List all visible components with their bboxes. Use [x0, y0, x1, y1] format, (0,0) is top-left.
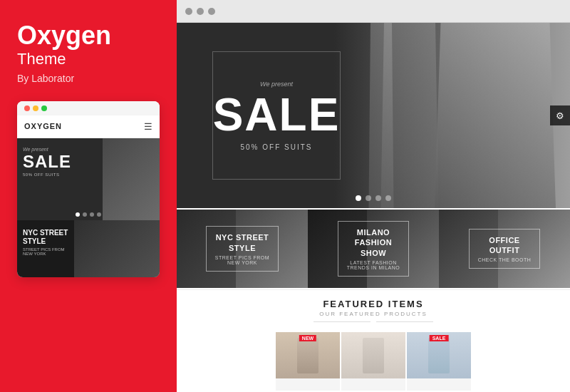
cat-2-box: MILANOFASHIONSHOW LATEST FASHIONTRENDS I…: [338, 221, 410, 277]
mobile-sale-sub: 50% OFF SUITS: [23, 172, 71, 177]
theme-name-title: Oxygen Theme By Laborator: [17, 21, 160, 84]
category-row: NYC STREETSTYLE STREET PICS FROMNEW YORK…: [177, 210, 570, 288]
mobile-card-header: [17, 101, 160, 115]
right-panel: We present SALE 50% OFF SUITS ⚙ NY: [177, 0, 570, 392]
featured-sub: OUR FEATURED PRODUCTS: [177, 311, 570, 317]
featured-title: FEATURED ITEMS: [177, 299, 570, 309]
mobile-slider-dot-4: [97, 212, 101, 217]
hero-slider: We present SALE 50% OFF SUITS ⚙: [177, 23, 570, 208]
product-row: NEW SALE: [177, 326, 570, 391]
hero-slider-dot-1[interactable]: [356, 195, 361, 201]
mobile-slider-dot-3: [90, 212, 94, 217]
mobile-slider-dot-1: [76, 212, 80, 217]
cat-1-box: NYC STREETSTYLE STREET PICS FROMNEW YORK: [206, 226, 279, 272]
product-figure-1: [297, 338, 318, 373]
hero-figure-right: [435, 23, 556, 208]
mobile-hero-bg: [103, 138, 160, 220]
mobile-hero: We present SALE 50% OFF SUITS: [17, 138, 160, 220]
cat-1-title: NYC STREETSTYLE: [215, 232, 269, 253]
product-card-3[interactable]: SALE: [407, 332, 471, 391]
cat-3-overlay: OFFICEOUTFIT CHECK THE BOOTH: [439, 210, 570, 288]
cat-3-title: OFFICEOUTFIT: [478, 235, 532, 256]
browser-dot-2: [197, 8, 204, 15]
dot-green: [41, 105, 47, 111]
product-figure-2: [363, 338, 384, 373]
hero-slider-dots: [356, 195, 391, 201]
cat-2-title: MILANOFASHIONSHOW: [347, 227, 400, 258]
browser-chrome: [177, 0, 570, 23]
hero-slider-dot-3[interactable]: [375, 195, 381, 201]
cat-1-overlay: NYC STREETSTYLE STREET PICS FROMNEW YORK: [177, 210, 308, 288]
mobile-slider-dot-2: [83, 212, 87, 217]
theme-by: By Laborator: [17, 73, 160, 84]
mobile-nav-title: OXYGEN: [24, 122, 62, 130]
mobile-bottom-text: NYC STREET STYLE STREET PICS FROM NEW YO…: [23, 229, 68, 256]
category-card-3[interactable]: OFFICEOUTFIT CHECK THE BOOTH: [439, 210, 570, 288]
mobile-slider-dots: [17, 209, 160, 220]
cat-2-sub: LATEST FASHIONTRENDS IN MILANO: [347, 260, 400, 270]
product-card-2[interactable]: [341, 332, 405, 391]
cat-3-box: OFFICEOUTFIT CHECK THE BOOTH: [469, 229, 541, 269]
divider-line-left: [314, 321, 370, 322]
browser-dot-1: [185, 8, 192, 15]
cat-1-sub: STREET PICS FROMNEW YORK: [215, 255, 269, 265]
cat-2-overlay: MILANOFASHIONSHOW LATEST FASHIONTRENDS I…: [308, 210, 439, 288]
mobile-preview-card: OXYGEN ☰ We present SALE 50% OFF SUITS N…: [17, 101, 160, 277]
settings-icon[interactable]: ⚙: [550, 105, 570, 125]
category-card-2[interactable]: MILANOFASHIONSHOW LATEST FASHIONTRENDS I…: [308, 210, 439, 288]
mobile-card-nav: OXYGEN ☰: [17, 115, 160, 138]
hero-sale-word: SALE: [213, 92, 341, 138]
dot-red: [24, 105, 30, 111]
left-panel: Oxygen Theme By Laborator OXYGEN ☰ We pr…: [0, 0, 177, 392]
featured-section: FEATURED ITEMS OUR FEATURED PRODUCTS: [177, 289, 570, 326]
mobile-bottom-sub: STREET PICS FROM NEW YORK: [23, 247, 68, 256]
hero-slider-dot-4[interactable]: [385, 195, 391, 201]
mobile-hero-content: We present SALE 50% OFF SUITS: [23, 147, 71, 177]
hero-slider-dot-2[interactable]: [366, 195, 371, 201]
product-badge-1: NEW: [299, 335, 316, 341]
featured-divider: [177, 321, 570, 322]
hamburger-icon[interactable]: ☰: [144, 121, 152, 132]
product-img-2: [341, 332, 405, 378]
category-card-1[interactable]: NYC STREETSTYLE STREET PICS FROMNEW YORK: [177, 210, 308, 288]
cat-3-sub: CHECK THE BOOTH: [478, 257, 532, 262]
theme-subtitle: Theme: [17, 50, 160, 68]
theme-title: Oxygen: [17, 21, 160, 50]
dot-yellow: [33, 105, 38, 111]
divider-line-right: [376, 321, 433, 322]
browser-dot-3: [208, 8, 215, 15]
hero-present-label: We present: [260, 81, 293, 88]
mobile-sale-small: We present: [23, 147, 71, 152]
mobile-card-bottom: NYC STREET STYLE STREET PICS FROM NEW YO…: [17, 220, 160, 277]
hero-sale-sub: 50% OFF SUITS: [240, 143, 312, 151]
hero-sale-box: We present SALE 50% OFF SUITS: [212, 51, 341, 180]
browser-content: We present SALE 50% OFF SUITS ⚙ NY: [177, 23, 570, 392]
mobile-bottom-bg: [74, 220, 160, 277]
mobile-bottom-title: NYC STREET STYLE: [23, 229, 68, 246]
product-figure-3: [428, 338, 450, 373]
mobile-sale-text: SALE: [23, 153, 71, 170]
product-card-1[interactable]: NEW: [276, 332, 340, 391]
product-badge-3: SALE: [430, 335, 449, 341]
